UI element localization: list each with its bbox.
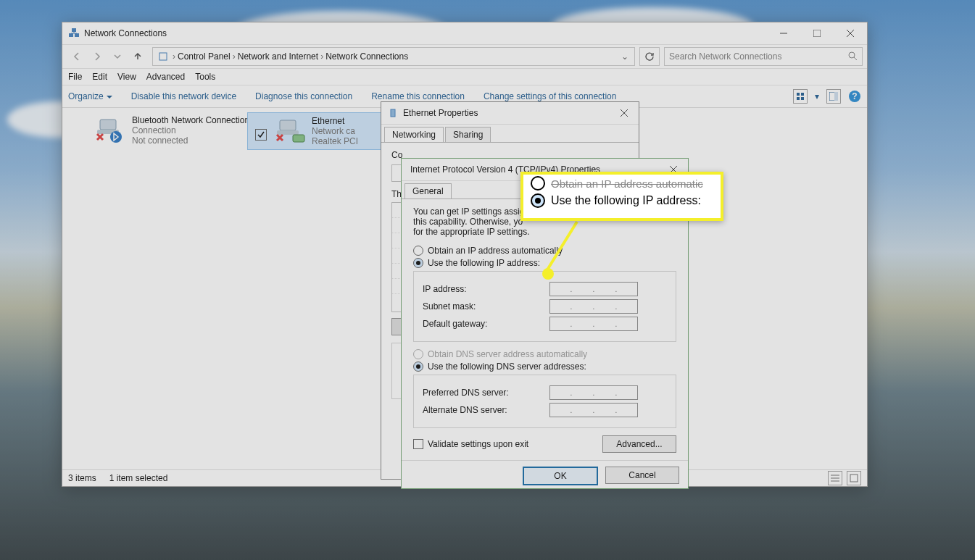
svg-rect-4 [159,53,167,60]
subnet-mask-input[interactable]: ... [549,299,638,314]
back-button[interactable] [67,48,87,65]
status-selected: 1 item selected [109,473,168,483]
svg-rect-7 [801,93,804,96]
svg-rect-18 [277,130,299,135]
window-titlebar[interactable]: Network Connections [62,22,867,45]
breadcrumb-item[interactable]: Control Panel [178,51,231,62]
validate-checkbox[interactable]: Validate settings upon exit [413,439,528,449]
ip-address-input[interactable]: ... [549,282,638,296]
chevron-down-icon[interactable]: ⌄ [618,51,631,62]
tab-sharing[interactable]: Sharing [445,127,491,142]
menu-edit[interactable]: Edit [92,72,107,82]
ok-button[interactable]: OK [523,467,598,485]
status-item-count: 3 items [68,473,96,483]
adapter-state: Not connected [132,135,249,146]
search-input[interactable]: Search Network Connections [664,47,863,66]
callout-target-dot [542,268,554,280]
window-title: Network Connections [84,28,767,38]
svg-rect-2 [72,28,76,32]
callout-top-line: Obtain an IP address automatic [531,176,713,191]
adapter-bluetooth[interactable]: Bluetooth Network Connection Connection … [91,114,273,147]
svg-rect-8 [797,97,800,100]
alternate-dns-input[interactable]: ... [549,403,638,417]
svg-point-16 [110,131,122,143]
chevron-right-icon[interactable]: › [233,51,236,62]
details-view-button[interactable] [828,471,842,485]
network-icon [156,51,170,62]
menu-view[interactable]: View [117,72,136,82]
ethernet-icon [387,107,399,119]
adapter-name: Bluetooth Network Connection [132,115,249,125]
minimize-button[interactable] [767,22,800,44]
svg-text:?: ? [852,91,857,101]
menu-file[interactable]: File [68,72,82,82]
radio-auto-ip[interactable]: Obtain an IP address automatically [413,246,676,256]
radio-manual-ip[interactable]: Use the following IP address: [413,258,676,268]
help-icon[interactable]: ? [848,90,861,103]
ip-address-label: IP address: [423,284,549,294]
organize-menu[interactable]: Organize [68,91,112,101]
cancel-button[interactable]: Cancel [605,467,679,484]
search-icon [847,51,858,63]
dialog-body: You can get IP settings assigr this capa… [402,199,688,460]
svg-rect-9 [801,97,804,100]
maximize-button[interactable] [800,22,834,44]
svg-rect-6 [797,93,800,96]
adapter-name: Ethernet [312,116,358,126]
gateway-label: Default gateway: [423,319,549,329]
svg-rect-11 [834,92,838,101]
rename-button[interactable]: Rename this connection [371,91,465,101]
svg-rect-14 [100,120,116,130]
svg-rect-17 [280,120,296,130]
breadcrumb-bar[interactable]: › Control Panel › Network and Internet ›… [152,47,635,66]
adapter-line: Connection [132,125,249,135]
chevron-right-icon[interactable]: › [173,51,175,62]
breadcrumb-item[interactable]: Network and Internet [238,51,318,62]
radio-auto-dns: Obtain DNS server address automatically [413,349,676,359]
close-button[interactable] [610,102,639,124]
forward-button[interactable] [87,48,107,65]
close-button[interactable] [834,22,867,44]
chevron-right-icon[interactable]: › [320,51,323,62]
gateway-input[interactable]: ... [549,317,638,331]
bluetooth-adapter-icon [91,114,129,146]
radio-manual-dns[interactable]: Use the following DNS server addresses: [413,362,676,372]
disable-device-button[interactable]: Disable this network device [131,91,236,101]
highlight-callout: Obtain an IP address automatic Use the f… [520,172,723,221]
adapter-line: Realtek PCI [312,136,358,146]
tab-general[interactable]: General [404,183,452,198]
recent-dropdown[interactable] [107,48,128,65]
refresh-button[interactable] [639,47,660,66]
change-settings-button[interactable]: Change settings of this connection [484,91,616,101]
view-options-button[interactable] [793,89,808,104]
ip-fields-group: IP address:... Subnet mask:... Default g… [413,271,676,342]
preferred-dns-input[interactable]: ... [549,385,638,400]
menu-tools[interactable]: Tools [195,72,215,82]
ethernet-adapter-icon [271,114,309,146]
dns-fields-group: Preferred DNS server:... Alternate DNS s… [413,375,676,428]
dialog-titlebar[interactable]: Ethernet Properties [381,102,639,125]
svg-rect-20 [850,475,858,482]
advanced-button[interactable]: Advanced... [602,435,676,453]
search-placeholder: Search Network Connections [669,51,781,62]
tab-networking[interactable]: Networking [384,127,444,142]
large-icons-button[interactable] [847,471,861,485]
diagnose-button[interactable]: Diagnose this connection [255,91,352,101]
preferred-dns-label: Preferred DNS server: [423,388,549,398]
menu-bar: File Edit View Advanced Tools [62,69,867,85]
preview-pane-button[interactable] [826,89,841,104]
svg-rect-21 [391,109,395,117]
subnet-mask-label: Subnet mask: [423,301,549,312]
callout-main-line: Use the following IP address: [531,193,713,208]
menu-advanced[interactable]: Advanced [146,72,185,82]
breadcrumb-item[interactable]: Network Connections [325,51,408,62]
alternate-dns-label: Alternate DNS server: [423,405,549,415]
adapter-line: Network ca [312,126,358,136]
svg-point-5 [849,52,855,58]
nav-bar: › Control Panel › Network and Internet ›… [62,45,867,69]
up-button[interactable] [128,48,148,65]
svg-rect-3 [813,30,821,37]
chevron-down-icon[interactable]: ▾ [815,91,819,101]
network-icon [68,28,80,39]
adapter-checkbox[interactable] [255,129,267,141]
